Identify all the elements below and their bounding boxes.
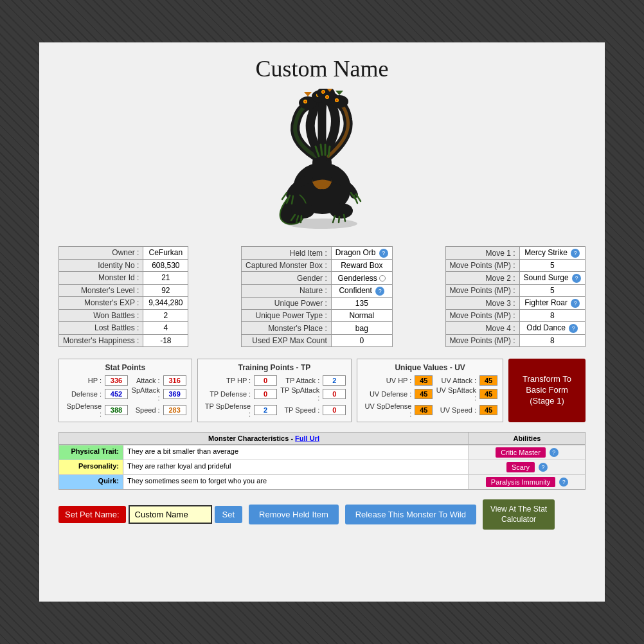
identity-row: Identity No : 608,530 (59, 259, 188, 272)
info-section: Owner : CeFurkan Identity No : 608,530 M… (58, 246, 586, 347)
uv-attack-label: UV Attack : (434, 377, 478, 384)
tp-defense-value: 0 (254, 389, 277, 399)
monster-name: Custom Name (58, 55, 586, 82)
pet-name-label: Set Pet Name: (58, 506, 126, 523)
won-value: 2 (143, 309, 188, 322)
lost-value: 4 (143, 322, 188, 335)
tp-hp-label: TP HP : (203, 377, 253, 384)
owner-label: Owner : (59, 247, 143, 260)
unique-power-type-value: Normal (331, 310, 392, 322)
sp-defense-label: SpDefense : (64, 402, 103, 418)
unique-power-row: Unique Power : 135 (242, 297, 393, 309)
move4-label: Move 4 : (445, 322, 519, 335)
happiness-value: -18 (143, 334, 188, 347)
abilities-title: Abilities (469, 433, 585, 445)
move1-row: Move 1 : Mercy Strike ? (445, 247, 585, 260)
happiness-label: Monster's Happiness : (59, 334, 143, 347)
move4-help[interactable]: ? (569, 324, 578, 333)
physical-ability-help[interactable]: ? (550, 448, 559, 457)
monster-image (251, 89, 393, 230)
move2-value: Sound Surge ? (519, 272, 585, 285)
transform-button[interactable]: Transform ToBasic Form(Stage 1) (508, 359, 586, 422)
place-label: Monster's Place : (242, 322, 332, 334)
nature-help[interactable]: ? (375, 287, 384, 296)
tp-speed-value: 0 (323, 405, 346, 415)
personality-value: They are rather loyal and prideful (123, 460, 469, 474)
uv-defense-value: 45 (415, 389, 433, 399)
happiness-row: Monster's Happiness : -18 (59, 334, 188, 347)
captured-box-row: Captured Monster Box : Reward Box (242, 260, 393, 272)
physical-row: Physical Trait: They are a bit smaller t… (59, 445, 585, 460)
hp-label: HP : (64, 377, 103, 384)
tp-sp-defense-value: 2 (254, 405, 277, 415)
move2-mp-value: 5 (519, 285, 585, 297)
move1-help[interactable]: ? (571, 249, 580, 258)
svg-point-20 (326, 96, 328, 98)
monster-id-row: Monster Id : 21 (59, 272, 188, 285)
uv-title: Unique Values - UV (362, 363, 497, 372)
move4-row: Move 4 : Odd Dance ? (445, 322, 585, 335)
used-exp-row: Used EXP Max Count 0 (242, 334, 393, 346)
held-item-value: Dragon Orb ? (331, 247, 392, 260)
defense-label: Defense : (64, 390, 103, 398)
training-points-title: Training Points - TP (203, 363, 346, 372)
action-section: Set Pet Name: Set Remove Held Item Relea… (58, 499, 586, 530)
personality-row: Personality: They are rather loyal and p… (59, 460, 585, 474)
pet-name-input[interactable] (129, 505, 212, 524)
svg-point-24 (336, 100, 338, 102)
tp-attack-value: 2 (323, 375, 346, 386)
char-title: Monster Characteristics - Full Url (59, 433, 469, 445)
tp-attack-label: TP Attack : (278, 377, 321, 384)
move4-mp-value: 8 (519, 335, 585, 347)
monster-id-label: Monster Id : (59, 272, 143, 285)
move4-mp-label: Move Points (MP) : (445, 335, 519, 347)
move3-mp-value: 8 (519, 310, 585, 322)
unique-power-label: Unique Power : (242, 297, 332, 309)
level-value: 92 (143, 284, 188, 297)
move3-help[interactable]: ? (571, 299, 580, 308)
tp-defense-label: TP Defense : (203, 390, 253, 398)
monster-image-area (58, 89, 586, 237)
basic-info-table: Owner : CeFurkan Identity No : 608,530 M… (58, 246, 188, 347)
lost-row: Lost Battles : 4 (59, 322, 188, 335)
held-item-help[interactable]: ? (379, 249, 388, 258)
stat-calculator-button[interactable]: View At The StatCalculator (483, 499, 555, 530)
tp-sp-attack-label: TP SpAttack : (278, 386, 321, 402)
move4-value: Odd Dance ? (519, 322, 585, 335)
personality-label: Personality: (59, 460, 123, 474)
full-url-link[interactable]: Full Url (295, 434, 319, 442)
place-value: bag (331, 322, 392, 334)
move3-value: Fighter Roar ? (519, 297, 585, 310)
uv-block: Unique Values - UV UV HP : 45 UV Attack … (357, 359, 503, 422)
personality-ability: Scary ? (469, 460, 585, 474)
uv-hp-label: UV HP : (362, 377, 413, 384)
release-monster-button[interactable]: Release This Monster To Wild (345, 505, 476, 524)
svg-point-2 (330, 203, 353, 219)
move2-label: Move 2 : (445, 272, 519, 285)
held-item-label: Held Item : (242, 247, 332, 260)
scary-badge: Scary (506, 462, 535, 472)
tp-sp-attack-value: 0 (323, 389, 346, 399)
set-button[interactable]: Set (215, 506, 243, 523)
attack-value: 316 (163, 375, 186, 386)
stat-points-title: Stat Points (64, 363, 186, 372)
svg-point-21 (330, 95, 348, 108)
remove-held-item-button[interactable]: Remove Held Item (249, 505, 339, 524)
exp-label: Monster's EXP : (59, 297, 143, 310)
move1-mp-row: Move Points (MP) : 5 (445, 260, 585, 272)
move2-mp-label: Move Points (MP) : (445, 285, 519, 297)
personality-ability-help[interactable]: ? (539, 463, 548, 472)
move1-label: Move 1 : (445, 247, 519, 260)
captured-box-value: Reward Box (331, 260, 392, 272)
gender-value: Genderless (331, 272, 392, 284)
uv-defense-label: UV Defense : (362, 390, 413, 398)
quirk-ability-help[interactable]: ? (559, 478, 568, 487)
svg-point-16 (323, 91, 325, 93)
critic-master-badge: Critic Master (496, 447, 546, 458)
speed-label: Speed : (129, 406, 162, 414)
quirk-ability: Paralysis Immunity ? (469, 475, 585, 489)
move2-help[interactable]: ? (572, 274, 581, 283)
won-row: Won Battles : 2 (59, 309, 188, 322)
move1-value: Mercy Strike ? (519, 247, 585, 260)
svg-point-25 (287, 219, 357, 229)
